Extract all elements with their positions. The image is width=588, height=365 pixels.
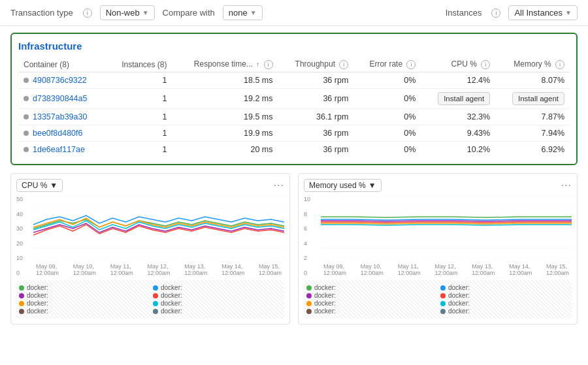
- install-agent-button-memory[interactable]: Install agent: [512, 92, 564, 105]
- table-row: 1de6eaf117ae120 ms36 rpm0%10.2%6.92%: [18, 142, 570, 158]
- memory-chart-area: May 09,12:00am May 10,12:00am May 11,12:…: [321, 196, 572, 276]
- throughput-info-icon[interactable]: i: [339, 60, 348, 69]
- legend-item: docker:: [306, 300, 435, 307]
- col-header-error: Error rate i: [353, 57, 421, 72]
- error-info-icon[interactable]: i: [406, 60, 416, 69]
- memory-chart-title-button[interactable]: Memory used % ▼: [304, 179, 382, 192]
- charts-row: CPU % ▼ ··· 50 40 30 20 10 0: [10, 173, 578, 325]
- legend-color-dot: [306, 293, 312, 298]
- legend-label: docker:: [314, 292, 336, 299]
- cpu-chart-svg: [33, 196, 284, 261]
- memory-y-axis: 10 8 6 4 2 0: [304, 196, 317, 276]
- cpu-y-axis: 50 40 30 20 10 0: [16, 196, 29, 276]
- cpu-info-icon[interactable]: i: [481, 60, 490, 69]
- container-link[interactable]: 4908736c9322: [24, 76, 101, 85]
- memory-value[interactable]: Install agent: [495, 89, 570, 109]
- memory-chart-more-button[interactable]: ···: [561, 180, 572, 191]
- cpu-chart-area: May 09,12:00am May 10,12:00am May 11,12:…: [33, 196, 284, 276]
- legend-item: docker:: [153, 300, 282, 307]
- legend-color-dot: [153, 309, 158, 314]
- chevron-down-icon2: ▼: [250, 9, 257, 16]
- legend-color-dot: [440, 309, 446, 314]
- page: Transaction type i Non-web ▼ Compare wit…: [0, 0, 588, 365]
- legend-item: docker:: [153, 308, 282, 315]
- legend-item: docker:: [306, 292, 435, 299]
- chevron-down-icon4: ▼: [50, 181, 57, 190]
- chevron-down-icon3: ▼: [565, 9, 572, 16]
- cpu-chart-more-button[interactable]: ···: [274, 180, 284, 191]
- cpu-value: 9.43%: [421, 125, 495, 142]
- response-time: 20 ms: [172, 142, 278, 158]
- legend-item: docker:: [306, 308, 435, 315]
- legend-item: docker:: [440, 292, 569, 299]
- table-row: d738390844a5119.2 ms36 rpm0%Install agen…: [18, 89, 570, 109]
- legend-label: docker:: [161, 292, 182, 299]
- container-status-dot: [24, 114, 29, 119]
- container-status-dot: [24, 78, 29, 83]
- container-status-dot: [24, 96, 29, 101]
- legend-label: docker:: [27, 292, 48, 299]
- legend-item: docker:: [153, 284, 282, 291]
- install-agent-button[interactable]: Install agent: [438, 92, 490, 105]
- chevron-down-icon: ▼: [142, 9, 149, 16]
- response-time: 18.5 ms: [172, 72, 278, 89]
- instance-count: 1: [106, 109, 172, 125]
- response-info-icon[interactable]: i: [264, 60, 273, 69]
- legend-label: docker:: [27, 284, 48, 291]
- compare-with-select[interactable]: none ▼: [223, 5, 263, 20]
- error-rate: 0%: [353, 142, 421, 158]
- col-header-response[interactable]: Response time... ↑ i: [172, 57, 278, 72]
- legend-label: docker:: [27, 308, 48, 315]
- legend-item: docker:: [19, 308, 148, 315]
- instances-label: Instances: [446, 8, 482, 18]
- legend-label: docker:: [448, 284, 470, 291]
- infrastructure-title: Infrastructure: [18, 40, 570, 52]
- legend-label: docker:: [161, 284, 182, 291]
- transaction-type-select[interactable]: Non-web ▼: [100, 5, 155, 20]
- instances-select[interactable]: All Instances ▼: [508, 5, 578, 20]
- memory-chart-svg: [321, 196, 572, 261]
- legend-label: docker:: [161, 308, 182, 315]
- cpu-value[interactable]: Install agent: [421, 89, 495, 109]
- legend-color-dot: [440, 301, 446, 306]
- memory-info-icon[interactable]: i: [555, 60, 564, 69]
- container-link[interactable]: d738390844a5: [24, 94, 101, 103]
- legend-item: docker:: [19, 284, 148, 291]
- legend-color-dot: [153, 285, 158, 291]
- memory-x-axis: May 09,12:00am May 10,12:00am May 11,12:…: [321, 263, 572, 276]
- memory-value: 7.87%: [495, 109, 570, 125]
- legend-color-dot: [440, 293, 446, 298]
- error-rate: 0%: [353, 125, 421, 142]
- infrastructure-box: Infrastructure Container (8) Instances (…: [10, 33, 578, 165]
- transaction-type-label: Transaction type: [10, 8, 73, 18]
- toolbar: Transaction type i Non-web ▼ Compare wit…: [0, 0, 588, 26]
- cpu-chart-title-button[interactable]: CPU % ▼: [16, 179, 63, 192]
- legend-label: docker:: [448, 292, 470, 299]
- instances-info-icon[interactable]: i: [491, 8, 500, 18]
- response-time: 19.2 ms: [172, 89, 278, 109]
- throughput: 36 rpm: [278, 142, 354, 158]
- container-link[interactable]: bee0f8d480f6: [24, 129, 101, 138]
- legend-label: docker:: [161, 300, 182, 307]
- col-header-instances: Instances (8): [106, 57, 172, 72]
- transaction-type-info-icon[interactable]: i: [83, 8, 92, 18]
- legend-color-dot: [306, 285, 312, 291]
- main-content: Infrastructure Container (8) Instances (…: [0, 26, 588, 331]
- compare-with-label: Compare with: [163, 8, 215, 18]
- table-row: bee0f8d480f6119.9 ms36 rpm0%9.43%7.94%: [18, 125, 570, 142]
- response-time: 19.9 ms: [172, 125, 278, 142]
- legend-label: docker:: [448, 308, 470, 315]
- col-header-throughput: Throughput i: [278, 57, 354, 72]
- legend-color-dot: [306, 309, 312, 314]
- legend-color-dot: [19, 285, 24, 291]
- legend-label: docker:: [448, 300, 470, 307]
- col-header-memory: Memory % i: [495, 57, 570, 72]
- error-rate: 0%: [353, 109, 421, 125]
- container-link[interactable]: 13357ab39a30: [24, 112, 101, 121]
- error-rate: 0%: [353, 89, 421, 109]
- col-header-cpu: CPU % i: [421, 57, 495, 72]
- container-link[interactable]: 1de6eaf117ae: [24, 145, 101, 154]
- legend-color-dot: [153, 293, 158, 298]
- legend-color-dot: [19, 293, 24, 298]
- container-status-dot: [24, 147, 29, 152]
